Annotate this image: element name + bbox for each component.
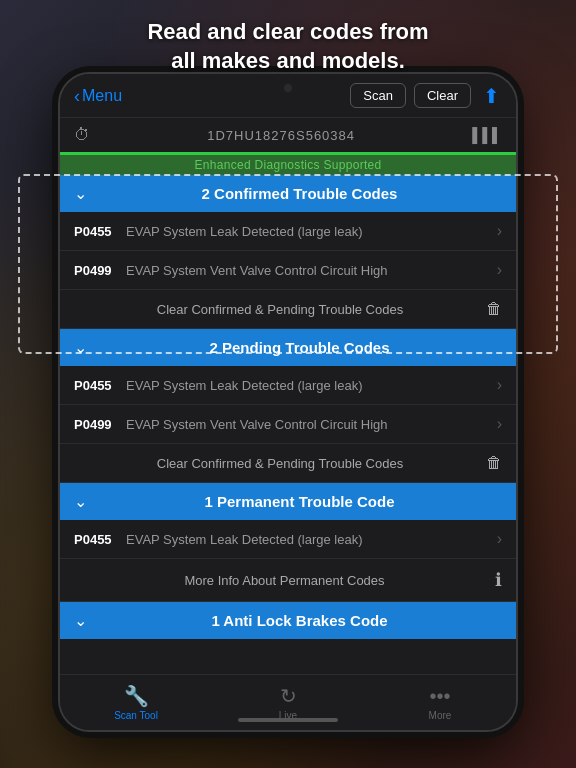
section-abs: ⌄ 1 Anti Lock Brakes Code C100A Status: … <box>60 602 516 653</box>
section-header-confirmed[interactable]: ⌄ 2 Confirmed Trouble Codes <box>60 175 516 212</box>
code-desc-pending-0: EVAP System Leak Detected (large leak) <box>126 378 497 393</box>
clear-label-confirmed: Clear Confirmed & Pending Trouble Codes <box>74 302 486 317</box>
signal-icon: ▌▌▌ <box>472 127 502 143</box>
section-confirmed: ⌄ 2 Confirmed Trouble Codes P0455 EVAP S… <box>60 175 516 329</box>
device-frame: ‹ Menu Scan Clear ⬆ ⏱ 1D7HU18276S560384 … <box>58 72 518 732</box>
tab-more[interactable]: ••• More <box>364 685 516 721</box>
section-title-abs: 1 Anti Lock Brakes Code <box>97 612 502 629</box>
code-row-permanent-0[interactable]: P0455 EVAP System Leak Detected (large l… <box>60 520 516 559</box>
code-id-pending-1: P0499 <box>74 417 126 432</box>
code-desc-abs-0: Status: STORED/MIL - Left Front Wheel Sp… <box>126 651 497 654</box>
code-chevron-confirmed-0: › <box>497 222 502 240</box>
live-icon: ↻ <box>280 684 297 708</box>
section-chevron-pending: ⌄ <box>74 338 87 357</box>
trash-icon-pending[interactable]: 🗑 <box>486 454 502 472</box>
tab-live[interactable]: ↻ Live <box>212 684 364 721</box>
code-row-confirmed-0[interactable]: P0455 EVAP System Leak Detected (large l… <box>60 212 516 251</box>
home-indicator <box>238 718 338 722</box>
code-row-abs-0[interactable]: C100A Status: STORED/MIL - Left Front Wh… <box>60 639 516 653</box>
enhanced-banner-text: Enhanced Diagnostics Supported <box>194 158 381 172</box>
more-icon: ••• <box>429 685 450 708</box>
header-text: Read and clear codes from all makes and … <box>0 0 576 87</box>
scan-tool-label: Scan Tool <box>114 710 158 721</box>
header-line1: Read and clear codes from <box>147 19 428 44</box>
code-desc-pending-1: EVAP System Vent Valve Control Circuit H… <box>126 417 497 432</box>
tab-scan-tool[interactable]: 🔧 Scan Tool <box>60 684 212 721</box>
section-chevron-abs: ⌄ <box>74 611 87 630</box>
code-id-pending-0: P0455 <box>74 378 126 393</box>
code-desc-confirmed-0: EVAP System Leak Detected (large leak) <box>126 224 497 239</box>
code-id-permanent-0: P0455 <box>74 532 126 547</box>
more-label: More <box>429 710 452 721</box>
section-chevron-confirmed: ⌄ <box>74 184 87 203</box>
back-label: Menu <box>82 87 122 105</box>
code-chevron-pending-0: › <box>497 376 502 394</box>
section-header-permanent[interactable]: ⌄ 1 Permanent Trouble Code <box>60 483 516 520</box>
code-chevron-pending-1: › <box>497 415 502 433</box>
code-id-confirmed-0: P0455 <box>74 224 126 239</box>
code-row-pending-0[interactable]: P0455 EVAP System Leak Detected (large l… <box>60 366 516 405</box>
section-pending: ⌄ 2 Pending Trouble Codes P0455 EVAP Sys… <box>60 329 516 483</box>
clear-label-pending: Clear Confirmed & Pending Trouble Codes <box>74 456 486 471</box>
obd-icon: ⏱ <box>74 126 90 144</box>
section-header-abs[interactable]: ⌄ 1 Anti Lock Brakes Code <box>60 602 516 639</box>
info-row-permanent[interactable]: More Info About Permanent Codes ℹ <box>60 559 516 602</box>
section-permanent: ⌄ 1 Permanent Trouble Code P0455 EVAP Sy… <box>60 483 516 602</box>
obd-bar: ⏱ 1D7HU18276S560384 ▌▌▌ <box>60 118 516 152</box>
code-id-abs-0: C100A <box>74 651 126 654</box>
section-title-permanent: 1 Permanent Trouble Code <box>97 493 502 510</box>
section-title-pending: 2 Pending Trouble Codes <box>97 339 502 356</box>
section-title-confirmed: 2 Confirmed Trouble Codes <box>97 185 502 202</box>
section-header-pending[interactable]: ⌄ 2 Pending Trouble Codes <box>60 329 516 366</box>
code-id-confirmed-1: P0499 <box>74 263 126 278</box>
code-row-pending-1[interactable]: P0499 EVAP System Vent Valve Control Cir… <box>60 405 516 444</box>
back-chevron-icon: ‹ <box>74 87 80 105</box>
clear-row-pending[interactable]: Clear Confirmed & Pending Trouble Codes … <box>60 444 516 483</box>
section-chevron-permanent: ⌄ <box>74 492 87 511</box>
code-row-confirmed-1[interactable]: P0499 EVAP System Vent Valve Control Cir… <box>60 251 516 290</box>
enhanced-banner: Enhanced Diagnostics Supported <box>60 155 516 175</box>
trash-icon-confirmed[interactable]: 🗑 <box>486 300 502 318</box>
obd-id: 1D7HU18276S560384 <box>98 128 464 143</box>
code-chevron-abs-0: › <box>497 649 502 653</box>
scan-tool-icon: 🔧 <box>124 684 149 708</box>
code-desc-permanent-0: EVAP System Leak Detected (large leak) <box>126 532 497 547</box>
clear-row-confirmed[interactable]: Clear Confirmed & Pending Trouble Codes … <box>60 290 516 329</box>
code-chevron-permanent-0: › <box>497 530 502 548</box>
content-area: ⌄ 2 Confirmed Trouble Codes P0455 EVAP S… <box>60 175 516 653</box>
info-label-permanent: More Info About Permanent Codes <box>74 573 495 588</box>
info-icon-permanent[interactable]: ℹ <box>495 569 502 591</box>
header-line2: all makes and models. <box>171 48 405 73</box>
code-chevron-confirmed-1: › <box>497 261 502 279</box>
code-desc-confirmed-1: EVAP System Vent Valve Control Circuit H… <box>126 263 497 278</box>
nav-back[interactable]: ‹ Menu <box>74 87 122 105</box>
